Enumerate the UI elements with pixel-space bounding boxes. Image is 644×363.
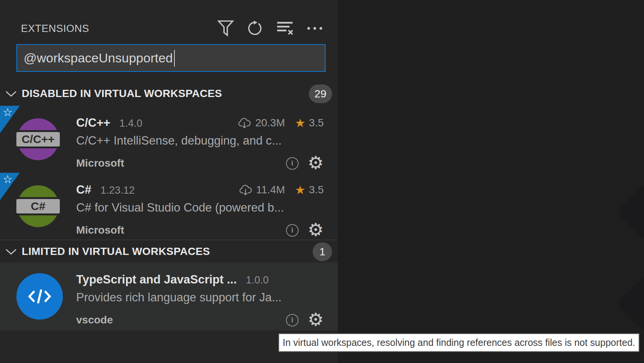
extension-row-typescript-javascript[interactable]: TypeScript and JavaScript ... 1.0.0 Prov…	[0, 263, 338, 330]
section-label: LIMITED IN VIRTUAL WORKSPACES	[22, 245, 210, 258]
rating-value: 3.5	[309, 184, 324, 196]
rating-star-icon: ★	[295, 117, 305, 129]
extension-version: 1.23.12	[101, 185, 135, 196]
clear-search-results-icon[interactable]	[276, 18, 294, 39]
download-count-icon	[238, 117, 252, 129]
filter-icon[interactable]	[216, 18, 235, 39]
info-icon[interactable]: i	[286, 314, 299, 326]
editor-watermark-shape	[616, 182, 644, 242]
search-input[interactable]: @workspaceUnsupported	[16, 44, 326, 72]
extension-name: TypeScript and JavaScript ...	[76, 273, 237, 287]
extension-version: 1.0.0	[246, 274, 269, 286]
extension-logo-cpp: C/C++	[17, 118, 59, 160]
extension-publisher: Microsoft	[76, 157, 124, 169]
extension-logo-csharp: C#	[17, 185, 59, 227]
rating-value: 3.5	[309, 117, 324, 129]
refresh-icon[interactable]	[246, 18, 264, 39]
chevron-down-icon	[5, 248, 17, 255]
extension-logo-typescript	[16, 273, 63, 320]
editor-watermark-shape	[616, 274, 644, 333]
manage-gear-icon[interactable]: ⚙	[308, 221, 324, 239]
manage-gear-icon[interactable]: ⚙	[308, 310, 324, 328]
download-count: 20.3M	[255, 117, 285, 129]
search-value: @workspaceUnsupported	[24, 51, 173, 65]
download-count: 11.4M	[256, 184, 285, 196]
extensions-sidebar: EXTENSIONS @workspaceUnsupported	[0, 0, 338, 363]
extension-description: Provides rich language support for Ja...	[76, 291, 324, 304]
panel-title: EXTENSIONS	[21, 23, 89, 35]
download-count-icon	[239, 184, 253, 196]
text-caret	[174, 50, 175, 67]
featured-star-icon: ☆	[3, 106, 13, 119]
tooltip: In virtual workspaces, resolving and fin…	[278, 333, 639, 352]
section-header-limited-in-virtual-workspaces[interactable]: LIMITED IN VIRTUAL WORKSPACES 1	[0, 240, 338, 263]
info-icon[interactable]: i	[286, 157, 299, 170]
extension-description: C/C++ IntelliSense, debugging, and c...	[76, 134, 324, 148]
section-count-badge: 29	[309, 84, 332, 103]
extension-version: 1.4.0	[120, 118, 142, 129]
chevron-down-icon	[5, 91, 17, 97]
info-icon[interactable]: i	[286, 224, 299, 237]
logo-label: C/C++	[16, 130, 60, 148]
code-brackets-icon	[27, 287, 52, 306]
section-header-disabled-in-virtual-workspaces[interactable]: DISABLED IN VIRTUAL WORKSPACES 29	[0, 81, 338, 106]
extension-name: C/C++	[76, 116, 110, 130]
extension-publisher: Microsoft	[76, 224, 124, 236]
more-actions-icon[interactable]	[305, 18, 324, 39]
featured-star-icon: ☆	[3, 173, 13, 186]
section-count-badge: 1	[313, 242, 332, 261]
section-label: DISABLED IN VIRTUAL WORKSPACES	[22, 88, 222, 100]
extension-publisher: vscode	[76, 314, 113, 326]
panel-actions-toolbar	[216, 18, 324, 39]
tooltip-text: In virtual workspaces, resolving and fin…	[283, 337, 635, 348]
manage-gear-icon[interactable]: ⚙	[308, 154, 324, 172]
extension-row-csharp[interactable]: ☆ C# C# 1.23.12 11.4M ★ 3.5 C#	[0, 173, 338, 240]
extension-row-cpp[interactable]: ☆ C/C++ C/C++ 1.4.0 20.3M ★ 3.5	[0, 106, 338, 173]
rating-star-icon: ★	[295, 184, 305, 196]
extension-name: C#	[76, 183, 91, 197]
logo-label: C#	[16, 197, 60, 215]
extension-description: C# for Visual Studio Code (powered b...	[76, 201, 324, 215]
